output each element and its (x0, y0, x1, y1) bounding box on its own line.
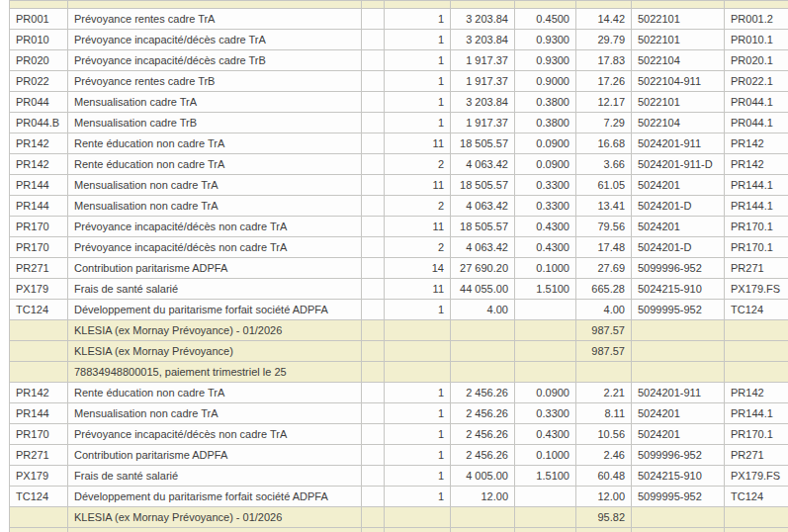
cell-base (451, 341, 515, 362)
cell-label: KLESIA (ex Mornay Prévoyance) (68, 341, 362, 362)
cell-ref: PR044.1 (725, 113, 788, 133)
cell-ref: PX179.FS (725, 279, 788, 300)
cell-account (632, 1, 725, 9)
cell-qty (385, 362, 451, 383)
spacer-cell (362, 175, 385, 196)
spacer-cell (362, 362, 385, 383)
contribution-row[interactable]: PR170Prévoyance incapacité/décès non cad… (10, 424, 788, 445)
cell-amount: 17.48 (576, 237, 632, 258)
cell-qty: 1 (385, 30, 451, 50)
cell-account: 5022104 (632, 50, 725, 71)
cell-code: PR144 (10, 175, 68, 196)
contribution-row[interactable]: PR142Rente éducation non cadre TrA24 063… (10, 154, 788, 175)
cell-account: 5024201-D (632, 196, 725, 217)
cell-rate (515, 487, 576, 507)
contribution-row[interactable]: PX179Frais de santé salarié1144 055.001.… (10, 279, 788, 300)
summary-row[interactable]: KLESIA (ex Mornay Prévoyance)987.57 (10, 341, 788, 362)
cell-rate (515, 507, 576, 528)
cell-rate: 0.0900 (515, 383, 576, 403)
cell-base: 18 505.57 (451, 133, 515, 154)
contribution-row[interactable]: PR142Rente éducation non cadre TrA1118 5… (10, 133, 788, 154)
contribution-row[interactable]: PR144Mensualisation non cadre TrA1118 50… (10, 175, 788, 196)
cell-amount: 2.46 (576, 445, 632, 466)
contribution-row[interactable]: PR010Prévoyance incapacité/décès cadre T… (10, 30, 788, 50)
contribution-row[interactable]: TC124Développement du paritarisme forfai… (10, 300, 788, 320)
cell-base: 4 005.00 (451, 466, 515, 487)
contribution-row[interactable]: TC124Développement du paritarisme forfai… (10, 487, 788, 507)
cell-code: PR170 (10, 217, 68, 237)
cell-base (451, 362, 515, 383)
spacer-cell (362, 507, 385, 528)
contribution-row[interactable]: PR142Rente éducation non cadre TrA12 456… (10, 383, 788, 403)
spacer-cell (362, 113, 385, 133)
cell-amount: 13.41 (576, 196, 632, 217)
cell-qty: 11 (385, 133, 451, 154)
contributions-table: PR001Prévoyance rentes cadre TrA13 203.8… (9, 0, 788, 532)
cell-code: TC124 (10, 487, 68, 507)
cell-ref: PR271 (725, 445, 788, 466)
cell-code: PR271 (10, 445, 68, 466)
cell-rate: 0.3300 (515, 175, 576, 196)
cell-ref (725, 320, 788, 341)
cell-rate: 0.3800 (515, 113, 576, 133)
cell-code: PR144 (10, 403, 68, 424)
spacer-cell (362, 133, 385, 154)
cell-code: PR271 (10, 258, 68, 279)
cell-account: 5099995-952 (632, 300, 725, 320)
contribution-row[interactable]: PR271Contribution paritarisme ADPFA12 45… (10, 445, 788, 466)
cell-code: PR044 (10, 92, 68, 113)
cell-amount: 2.21 (576, 383, 632, 403)
contribution-row[interactable]: PR170Prévoyance incapacité/décès non cad… (10, 237, 788, 258)
spacer-cell (362, 237, 385, 258)
summary-row[interactable]: KLESIA (ex Mornay Prévoyance) - 01/20269… (10, 507, 788, 528)
spacer-cell (362, 92, 385, 113)
contribution-row[interactable]: PR170Prévoyance incapacité/décès non cad… (10, 217, 788, 237)
cell-label: Développement du paritarisme forfait soc… (68, 300, 362, 320)
cell-ref: PR010.1 (725, 30, 788, 50)
cell-base: 1 917.37 (451, 50, 515, 71)
cell-amount: 3.66 (576, 154, 632, 175)
cell-rate: 1.5100 (515, 279, 576, 300)
contribution-row[interactable]: PR144Mensualisation non cadre TrA12 456.… (10, 403, 788, 424)
contribution-row[interactable]: PR020Prévoyance incapacité/décès cadre T… (10, 50, 788, 71)
contribution-row[interactable]: PR044.BMensualisation cadre TrB11 917.37… (10, 113, 788, 133)
summary-row-partial[interactable]: KLESIA (ex Mornay Prévoyance)95.82 (10, 528, 788, 532)
cell-qty: 1 (385, 71, 451, 92)
contribution-row[interactable]: PR044Mensualisation cadre TrA13 203.840.… (10, 92, 788, 113)
cell-label (68, 1, 362, 9)
cell-code: PR170 (10, 424, 68, 445)
cell-ref: PR001.2 (725, 9, 788, 30)
cell-rate: 0.9300 (515, 50, 576, 71)
cell-ref: PR144.1 (725, 403, 788, 424)
cell-label: Contribution paritarisme ADPFA (68, 258, 362, 279)
cell-amount: 987.57 (576, 341, 632, 362)
cell-rate (515, 341, 576, 362)
cell-qty (385, 1, 451, 9)
contribution-row[interactable]: PX179Frais de santé salarié14 005.001.51… (10, 466, 788, 487)
cell-rate: 1.5100 (515, 466, 576, 487)
contribution-row[interactable]: PR022Prévoyance rentes cadre TrB11 917.3… (10, 71, 788, 92)
payment-info-row[interactable]: 78834948800015, paiement trimestriel le … (10, 362, 788, 383)
cell-base: 2 456.26 (451, 445, 515, 466)
cell-code: PR144 (10, 196, 68, 217)
cell-label: Prévoyance incapacité/décès non cadre Tr… (68, 217, 362, 237)
cell-amount: 17.83 (576, 50, 632, 71)
spacer-cell (362, 30, 385, 50)
cell-base: 2 456.26 (451, 403, 515, 424)
contribution-row[interactable]: PR001Prévoyance rentes cadre TrA13 203.8… (10, 9, 788, 30)
cell-base (451, 320, 515, 341)
summary-row[interactable]: KLESIA (ex Mornay Prévoyance) - 01/20269… (10, 320, 788, 341)
cell-amount: 61.05 (576, 175, 632, 196)
spacer-cell (362, 300, 385, 320)
cell-account: 5022101 (632, 30, 725, 50)
contribution-row[interactable]: PR144Mensualisation non cadre TrA24 063.… (10, 196, 788, 217)
cell-rate: 0.9300 (515, 30, 576, 50)
cell-amount: 60.48 (576, 466, 632, 487)
cell-base: 4.00 (451, 300, 515, 320)
cell-label: Mensualisation cadre TrB (68, 113, 362, 133)
cell-base: 12.00 (451, 487, 515, 507)
contribution-row[interactable]: PR271Contribution paritarisme ADPFA1427 … (10, 258, 788, 279)
cell-qty: 1 (385, 383, 451, 403)
cell-ref: TC124 (725, 487, 788, 507)
cell-account (632, 362, 725, 383)
